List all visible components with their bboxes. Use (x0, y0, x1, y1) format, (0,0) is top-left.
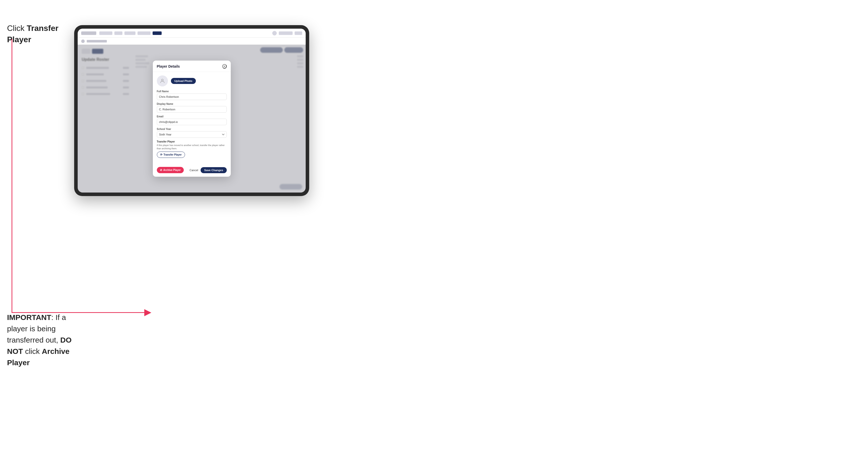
app-logo (81, 31, 96, 35)
email-field: Email (157, 115, 227, 125)
player-details-modal: Player Details × (153, 61, 231, 177)
display-name-input[interactable] (157, 106, 227, 113)
avatar-section: Upload Photo (157, 75, 227, 87)
transfer-player-highlight: Transfer Player (7, 24, 59, 44)
transfer-player-button[interactable]: ⟳ Transfer Player (157, 152, 185, 158)
school-year-label: School Year (157, 128, 227, 130)
modal-overlay: Player Details × (78, 45, 306, 192)
full-name-label: Full Name (157, 90, 227, 93)
tablet-device: Update Roster (74, 25, 309, 196)
main-content: Update Roster (78, 45, 306, 192)
important-label: IMPORTANT (7, 313, 51, 321)
important-instruction: IMPORTANT: If a player is being transfer… (7, 312, 85, 368)
sub-header-icon (81, 39, 85, 43)
nav-item-clubhouse[interactable] (99, 31, 112, 35)
archive-btn-label: Archive Player (163, 169, 181, 172)
footer-right-actions: Cancel Save Changes (189, 167, 226, 173)
modal-title: Player Details (157, 64, 180, 68)
modal-close-button[interactable]: × (222, 64, 227, 69)
transfer-icon: ⟳ (160, 153, 162, 156)
archive-icon: ⊘ (160, 168, 162, 172)
svg-point-0 (161, 79, 163, 81)
cancel-button[interactable]: Cancel (189, 169, 198, 172)
header-right (272, 31, 302, 35)
avatar-circle (157, 75, 168, 87)
instruction-area: Click Transfer Player (7, 23, 78, 50)
full-name-input[interactable] (157, 93, 227, 100)
add-player-header-btn[interactable] (279, 31, 292, 35)
do-not-text: click (25, 347, 40, 355)
nav-item-active[interactable] (153, 31, 162, 35)
school-year-field: School Year First Year Second Year Third… (157, 128, 227, 138)
sub-header-text (87, 40, 107, 42)
nav-item-mainmenu[interactable] (137, 31, 151, 35)
transfer-btn-label: Transfer Player (164, 153, 182, 156)
click-instruction: Click Transfer Player (7, 23, 78, 45)
nav-items (99, 31, 269, 35)
tablet-screen: Update Roster (78, 29, 306, 192)
annotation-arrow (144, 309, 151, 316)
modal-body: Upload Photo Full Name Display Name (153, 72, 231, 164)
header-extra-btn[interactable] (294, 31, 302, 35)
transfer-section-label: Transfer Player (157, 140, 227, 143)
archive-player-button[interactable]: ⊘ Archive Player (157, 167, 184, 173)
modal-footer: ⊘ Archive Player Cancel Save Changes (153, 164, 231, 177)
nav-item-fees[interactable] (114, 31, 122, 35)
user-icon (160, 78, 165, 84)
email-input[interactable] (157, 119, 227, 125)
email-label: Email (157, 115, 227, 118)
save-changes-button[interactable]: Save Changes (200, 167, 226, 173)
upload-photo-button[interactable]: Upload Photo (171, 78, 196, 84)
annotation-vertical-line (11, 39, 12, 313)
transfer-player-section: Transfer Player If this player has moved… (157, 140, 227, 158)
nav-item-schedule[interactable] (124, 31, 135, 35)
transfer-section-desc: If this player has moved to another scho… (157, 144, 227, 150)
display-name-field: Display Name (157, 102, 227, 113)
header-avatar (272, 31, 277, 35)
modal-header: Player Details × (153, 61, 231, 72)
display-name-label: Display Name (157, 102, 227, 105)
app-header (78, 29, 306, 38)
school-year-select[interactable]: First Year Second Year Third Year Fourth… (157, 131, 227, 138)
full-name-field: Full Name (157, 90, 227, 100)
sub-header (78, 38, 306, 45)
